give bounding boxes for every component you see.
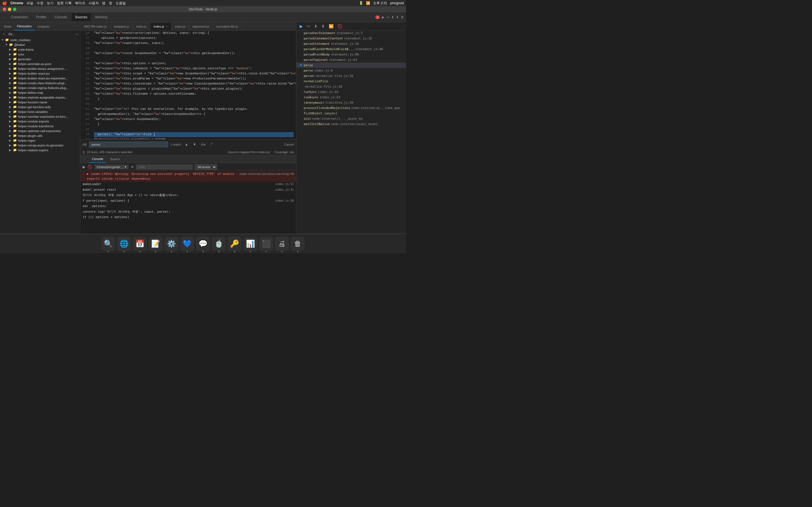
ref-4[interactable]: index.js:30 [275, 199, 294, 203]
file-tab-vm1784[interactable]: VM1784 index.js [80, 22, 110, 31]
tab-console[interactable]: Console [51, 13, 70, 21]
debugger-resume-button[interactable]: ▶ [299, 23, 304, 29]
call-stack-item-1[interactable]: parseStatementContentstatement.js:16 [296, 36, 406, 41]
tree-item-helper-plugin-utils[interactable]: ▶ 📁 helper-plugin-utils [0, 133, 80, 138]
dock-item-teams[interactable]: 💬 [196, 237, 210, 251]
console-filter-input[interactable] [136, 165, 193, 170]
menu-file[interactable]: 파일 [27, 1, 33, 6]
tree-item-babel[interactable]: ▼ 📁 @babel [0, 42, 80, 47]
tree-item-helper-function-name[interactable]: ▶ 📁 helper-function-name [0, 100, 80, 105]
minimize-window-button[interactable] [8, 8, 11, 11]
maximize-window-button[interactable] [13, 8, 16, 11]
sidebar-tab-more[interactable]: ⋯ [72, 24, 79, 28]
close-window-button[interactable] [3, 8, 6, 11]
code-content[interactable]: "kw">class="kw">constructor(options: Opt… [92, 31, 296, 139]
debugger-step-over-button[interactable]: ↪ [306, 23, 311, 29]
tree-item-core[interactable]: ▶ 📁 core [0, 52, 80, 57]
menu-tab[interactable]: 탭 [102, 1, 105, 6]
menu-bookmarks[interactable]: 북마크 [75, 1, 85, 6]
dock-item-calendar[interactable]: 📅 [133, 237, 147, 251]
tab-profiler[interactable]: Profiler [33, 13, 50, 21]
call-stack-item-17[interactable]: emitInitNativenode:internal/async_hooks [296, 121, 406, 127]
search-next-button[interactable]: ▼ [192, 142, 198, 147]
dock-item-keybase[interactable]: 🔑 [227, 237, 242, 251]
call-stack-item-0[interactable]: parseVarStatementstatement.js:7 [296, 31, 406, 36]
call-stack-item-15[interactable]: TickObject (async) [296, 111, 406, 116]
dock-item-powerpoint[interactable]: 📊 [243, 237, 257, 251]
call-stack-item-5[interactable]: parseTopLevelstatement.js:63 [296, 57, 406, 62]
tree-item-helper-regex[interactable]: ▶ 📁 helper-regex [0, 138, 80, 143]
search-regex-button[interactable]: .* [209, 142, 213, 147]
tab-memory[interactable]: Memory [92, 13, 111, 21]
call-stack-item-4[interactable]: parseBlockBodystatement.js:86 [296, 52, 406, 57]
call-stack-item-12[interactable]: runAsyncindex.js:63 [296, 95, 406, 100]
tree-item-helper-replace-supers[interactable]: ▶ 📁 helper-replace-supers [0, 148, 80, 152]
dock-item-wunderbucket[interactable]: 🍵 [212, 237, 226, 251]
tree-item-code-frame[interactable]: ▶ 📁 code-frame [0, 47, 80, 52]
dock-item-settings[interactable]: ⚙️ [164, 237, 179, 251]
tree-item-helper-optimise-call[interactable]: ▶ 📁 helper-optimise-call-expression [0, 128, 80, 133]
file-tab-statement[interactable]: statement.js [189, 22, 213, 31]
menu-view[interactable]: 보기 [47, 1, 54, 6]
debug-play-icon[interactable]: ▶ [382, 15, 384, 19]
debug-step-into-icon[interactable]: ⬇ [391, 15, 394, 19]
menu-window[interactable]: 창 [109, 1, 112, 6]
menu-edit[interactable]: 수정 [37, 1, 43, 6]
file-tab-index-1[interactable]: index.js [133, 22, 150, 31]
menu-history[interactable]: 방문 기록 [57, 1, 71, 6]
call-stack-item-13[interactable]: (anonymous)transform.js:39 [296, 100, 406, 105]
app-name[interactable]: Chrome [10, 1, 23, 5]
menu-user[interactable]: 사용자 [89, 1, 99, 6]
debugger-step-button[interactable]: ⏩ [327, 23, 335, 29]
sidebar-tab-node[interactable]: Node [1, 22, 14, 31]
console-play-button[interactable]: ▶ [83, 165, 86, 169]
sidebar-add-button[interactable]: + [76, 33, 78, 36]
call-stack-item-3[interactable]: parseBlockOrModuleBlockB...statement.js:… [296, 47, 406, 52]
dock-item-trash[interactable]: 🗑 [291, 237, 305, 251]
call-stack-item-11[interactable]: runSyncindex.js:43 [296, 89, 406, 95]
debug-step-out-icon[interactable]: ⬆ [396, 15, 399, 19]
tree-item-helper-remap-async[interactable]: ▶ 📁 helper-remap-async-to-generator [0, 143, 80, 148]
call-stack-item-6[interactable]: parse [296, 62, 406, 68]
error-ref[interactable]: node:internal/process/warning:44 [239, 172, 294, 181]
debugger-deactivate-button[interactable]: 🚫 [336, 23, 343, 29]
dock-item-notes[interactable]: 📝 [149, 237, 163, 251]
file-tab-webpack[interactable]: webpack.js [110, 22, 133, 31]
search-cancel-button[interactable]: Cancel [284, 143, 294, 146]
tree-item-helper-builder-react-jsx-exp[interactable]: ▶ 📁 helper-builder-react-jsx-experimen..… [0, 76, 80, 80]
tab-connection[interactable]: Connection [8, 13, 32, 21]
debug-settings-icon[interactable]: ⚙ [401, 15, 404, 19]
nav-back-icon[interactable]: ← [2, 15, 5, 19]
search-case-sensitive-button[interactable]: Aa [200, 142, 207, 147]
file-tab-close-button[interactable]: × [166, 24, 168, 29]
tab-sources[interactable]: Sources [71, 13, 91, 21]
tree-item-helper-create-regexp[interactable]: ▶ 📁 helper-create-regexp-features-plug..… [0, 86, 80, 90]
tree-item-helper-create-class[interactable]: ▶ 📁 helper-create-class-features-plugi..… [0, 80, 80, 86]
file-tab-normalize[interactable]: normalize-file.js [213, 22, 241, 31]
tree-item-helper-member-expression[interactable]: ▶ 📁 helper-member-expression-to-func... [0, 114, 80, 119]
tree-item-generator[interactable]: ▶ 📁 generator [0, 57, 80, 61]
dock-item-vscode[interactable]: 💙 [180, 237, 194, 251]
debugger-step-out-button[interactable]: ⬆ [320, 23, 326, 29]
bottom-tab-search[interactable]: Search [107, 156, 123, 163]
sidebar-tab-snippets[interactable]: Snippets [35, 22, 52, 31]
tree-item-helper-define-map[interactable]: ▶ 📁 helper-define-map [0, 90, 80, 95]
tree-item-node-modules[interactable]: ▼ 📁 node_modules [0, 38, 80, 42]
call-stack-item-2[interactable]: parseStatementstatement.js:16 [296, 41, 406, 47]
apple-menu[interactable]: 🍎 [2, 1, 7, 5]
console-block-button[interactable]: 🚫 [88, 165, 92, 169]
tree-item-helper-hoist-variables[interactable]: ▶ 📁 helper-hoist-variables [0, 109, 80, 114]
search-prev-button[interactable]: ▲ [184, 142, 190, 147]
tree-item-helper-builder-binary[interactable]: ▶ 📁 helper-builder-binary-assignment-... [0, 66, 80, 71]
file-tab-index-2[interactable]: index.js [171, 22, 189, 31]
tree-item-helper-explode[interactable]: ▶ 📁 helper-explode-assignable-expres... [0, 95, 80, 100]
dock-item-chrome[interactable]: 🌐 [117, 237, 131, 251]
call-stack-item-16[interactable]: initnode:internal/l..._async_ho [296, 116, 406, 121]
tree-item-helper-module-transforms[interactable]: ▶ 📁 helper-module-transforms [0, 124, 80, 128]
tree-item-helper-module-imports[interactable]: ▶ 📁 helper-module-imports [0, 119, 80, 124]
dock-item-finder[interactable]: 🔍 [101, 237, 115, 251]
dock-item-printer[interactable]: 🖨 [275, 237, 289, 251]
tree-item-helper-builder-react-jsx[interactable]: ▶ 📁 helper-builder-react-jsx [0, 71, 80, 76]
tree-item-helper-get-function-arity[interactable]: ▶ 📁 helper-get-function-arity [0, 105, 80, 109]
tree-item-helper-annotate-as-pure[interactable]: ▶ 📁 helper-annotate-as-pure [0, 61, 80, 66]
